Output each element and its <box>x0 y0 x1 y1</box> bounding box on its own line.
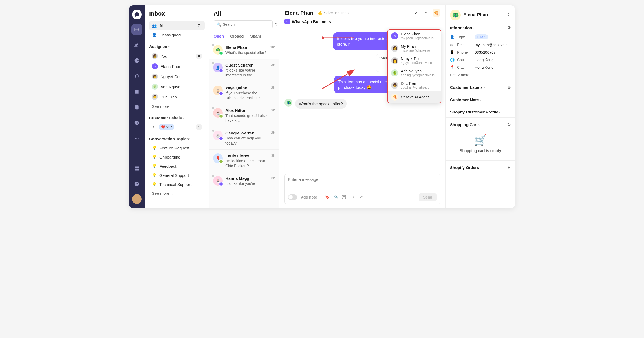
conv-item[interactable]: 🎈Louis FloresI'm looking at the Urban Ch… <box>209 150 279 172</box>
label-vip[interactable]: 🏷 ❤️ VIP 1 <box>149 122 205 132</box>
topic-general[interactable]: 💡General Support <box>149 171 205 180</box>
svg-point-1 <box>136 138 137 139</box>
rail-help[interactable]: ? <box>131 179 142 189</box>
shopify-profile-section[interactable]: Shopify Customer Profile <box>450 110 511 114</box>
rail-more[interactable] <box>131 133 142 144</box>
topic-onboarding[interactable]: 💡Onboarding <box>149 152 205 161</box>
person-icon: 👤 <box>152 32 157 37</box>
topics-heading[interactable]: Conversation Topics <box>149 137 205 141</box>
image-icon[interactable]: 🖼 <box>342 195 347 200</box>
search-input[interactable]: 🔍 <box>214 20 273 28</box>
send-button[interactable]: Send <box>419 193 437 201</box>
info-heading[interactable]: Information⚙ <box>450 25 511 30</box>
channel-label: WhatsApp Business <box>292 19 331 24</box>
chat-input-box: Add note 🔖 📎 🖼 ☺ 🛍 Send <box>284 174 440 204</box>
labels-section[interactable]: Customer Labels⊕ <box>450 85 511 90</box>
orders-section[interactable]: Shopify Orders＋ <box>450 165 511 170</box>
conv-item[interactable]: 🦉Yaya QuinnIf you purchase the Urban Chi… <box>209 82 279 104</box>
info-row-country: 🌐Cou...Hong Kong <box>450 56 511 64</box>
avatar: ○ <box>391 32 398 39</box>
rail-contacts[interactable] <box>131 40 142 50</box>
unread-dot <box>212 44 214 46</box>
emoji-icon[interactable]: ☺ <box>351 195 356 200</box>
note-section[interactable]: Customer Note <box>450 97 511 102</box>
rail-automation[interactable] <box>131 117 142 128</box>
assignee-elena[interactable]: ○Elena Phan <box>149 61 205 71</box>
rail-data[interactable] <box>131 102 142 113</box>
info-row-phone: 📱Phone0335200707 <box>450 49 511 56</box>
contact-avatar: 🦚 <box>450 10 461 20</box>
unread-dot <box>212 62 214 64</box>
chat-input-area: Add note 🔖 📎 🖼 ☺ 🛍 Send <box>279 170 445 208</box>
message-input[interactable] <box>288 177 437 190</box>
attachment-icon[interactable]: 📎 <box>334 195 338 200</box>
labels-heading[interactable]: Customer Labels <box>149 116 205 120</box>
rail-reports[interactable] <box>131 55 142 66</box>
topic-feedback[interactable]: 💡Feedback <box>149 161 205 171</box>
tab-closed[interactable]: Closed <box>230 32 244 41</box>
dd-item[interactable]: 👩My Phanmy.phan@chative.io <box>388 42 441 54</box>
rail-apps[interactable] <box>131 163 142 174</box>
dd-item[interactable]: 👩Nguyet Donguyet.do@chative.io <box>388 54 441 67</box>
assignee-anh[interactable]: 🌵Anh Nguyen <box>149 82 205 92</box>
alert-icon[interactable]: ⚠ <box>423 10 429 16</box>
topic-technical[interactable]: 💡Technical Support <box>149 180 205 189</box>
dd-item-ai[interactable]: 🍕Chative AI Agent <box>388 91 441 103</box>
see-more-topics[interactable]: See more... <box>149 189 205 198</box>
assignee-nguyet[interactable]: 👩Nguyet Do <box>149 71 205 82</box>
rail-support[interactable] <box>131 71 142 82</box>
channel-badge-icon <box>219 159 223 164</box>
more-menu-icon[interactable]: ⋮ <box>506 12 511 18</box>
unread-dot <box>212 107 214 109</box>
dd-item[interactable]: 🌵Anh Nguyenanh.nguyen@chative.io <box>388 67 441 79</box>
cart-icon: 🛒 <box>450 134 511 146</box>
svg-rect-4 <box>137 167 139 168</box>
channel-badge-icon <box>219 137 223 141</box>
conv-item[interactable]: 👤Guest SchäferIt looks like you're inter… <box>209 59 279 82</box>
conv-item[interactable]: 🐰Hanna MaggiIt looks like you're3h <box>209 172 279 190</box>
see-more-info[interactable]: See 2 more... <box>450 73 511 77</box>
avatar: 👩 <box>152 74 158 79</box>
assignee-you[interactable]: 👩You6 <box>149 51 205 61</box>
rail-user-avatar[interactable] <box>132 194 142 204</box>
dd-item[interactable]: ○Elena Phanmy.phan+6@chative.io <box>388 30 441 42</box>
refresh-icon[interactable]: ↻ <box>507 122 511 127</box>
shopify-icon[interactable]: 🛍 <box>359 195 364 200</box>
assignee-duc[interactable]: 👨Duc Tran <box>149 92 205 102</box>
assignee-heading[interactable]: Assignee <box>149 44 205 49</box>
tag-icon: 🏷 <box>152 125 157 130</box>
plus-icon[interactable]: ⊕ <box>507 85 511 90</box>
ai-assignee-button[interactable]: 🍕 <box>433 9 440 17</box>
gear-icon[interactable]: ⚙ <box>507 25 511 30</box>
conv-item[interactable]: ☕Geogre WarrenHow can we help you today?… <box>209 127 279 149</box>
rail-campaigns[interactable] <box>131 86 142 97</box>
sort-icon[interactable]: ⇅ <box>275 22 278 27</box>
topic-feature[interactable]: 💡Feature Request <box>149 143 205 152</box>
sidebar-all[interactable]: 👥 All 7 <box>149 21 205 30</box>
sidebar-unassigned[interactable]: 👤 Unassigned <box>149 30 205 39</box>
chat-title: Elena Phan <box>284 10 313 16</box>
bulb-icon: 💡 <box>152 155 157 159</box>
avatar: 👨 <box>391 82 398 89</box>
cart-section[interactable]: Shopping Cart↻ <box>450 122 511 127</box>
inbox-sidebar: Inbox 👥 All 7 👤 Unassigned Assignee 👩You… <box>145 5 209 208</box>
conv-item[interactable]: 🦚Elena PhanWhat's the special offer?1m <box>209 41 279 59</box>
rail-inbox[interactable] <box>131 24 142 35</box>
svg-rect-6 <box>137 169 139 171</box>
assignee-dropdown: ○Elena Phanmy.phan+6@chative.io 👩My Phan… <box>387 29 441 103</box>
tab-spam[interactable]: Spam <box>250 32 261 41</box>
avatar: 🦉 <box>213 86 223 95</box>
dd-item[interactable]: 👨Duc Tranduc.tran@chative.io <box>388 79 441 91</box>
check-icon[interactable]: ✓ <box>413 10 419 16</box>
plus-icon[interactable]: ＋ <box>507 165 511 170</box>
avatar: 🎈 <box>213 153 223 163</box>
avatar: ○ <box>152 63 158 69</box>
app-logo[interactable] <box>132 10 142 19</box>
note-toggle[interactable] <box>288 194 297 200</box>
bookmark-icon[interactable]: 🔖 <box>325 195 330 200</box>
tab-open[interactable]: Open <box>214 32 224 41</box>
see-more-assignees[interactable]: See more... <box>149 102 205 111</box>
chat-body[interactable]: It looks like you're interested Pocket P… <box>279 27 445 170</box>
conv-item[interactable]: ☕Alex HiltonThat sounds great! I also ha… <box>209 104 279 127</box>
svg-rect-3 <box>135 167 137 168</box>
